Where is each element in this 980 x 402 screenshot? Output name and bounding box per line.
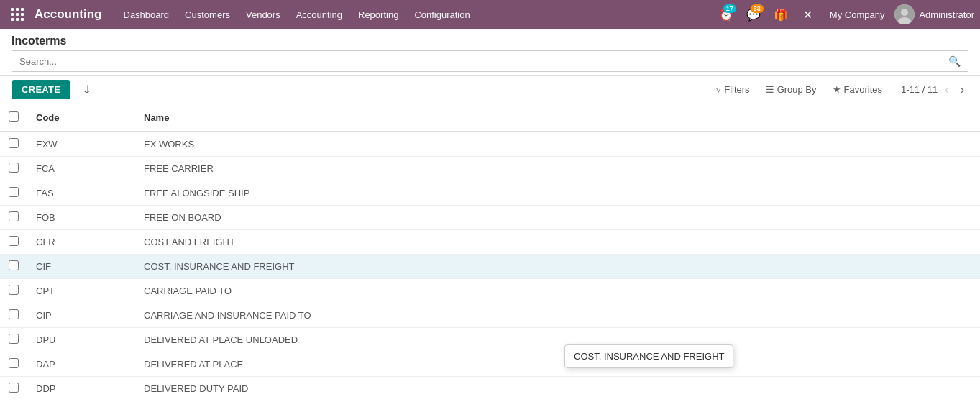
group-by-button[interactable]: ☰ Group By <box>759 81 824 99</box>
table-row[interactable]: DDP DELIVERED DUTY PAID <box>0 377 980 401</box>
close-button[interactable]: ✕ <box>797 3 820 26</box>
table-row[interactable]: CFR COST AND FREIGHT <box>0 230 980 255</box>
row-checkbox-cell <box>0 328 27 352</box>
table-row[interactable]: DPU DELIVERED AT PLACE UNLOADED <box>0 328 980 352</box>
prev-page-button[interactable]: ‹ <box>940 82 953 98</box>
row-checkbox-cell <box>0 255 27 279</box>
filters-button[interactable]: ▿ Filters <box>709 81 756 99</box>
table-row[interactable]: EXW EX WORKS <box>0 132 980 157</box>
row-checkbox[interactable] <box>9 309 19 319</box>
row-name: EX WORKS <box>135 132 980 157</box>
menu-item-customers[interactable]: Customers <box>178 5 237 24</box>
create-button[interactable]: CREATE <box>12 80 70 99</box>
table-row[interactable]: FCA FREE CARRIER <box>0 157 980 181</box>
pagination: 1-11 / 11 ‹ › <box>901 82 968 98</box>
row-checkbox-cell <box>0 157 27 181</box>
menu-item-configuration[interactable]: Configuration <box>407 5 477 24</box>
close-icon: ✕ <box>803 8 812 22</box>
main-menu: Dashboard Customers Vendors Accounting R… <box>116 5 712 24</box>
download-button[interactable]: ⇓ <box>76 80 97 99</box>
row-code: DAP <box>27 352 135 377</box>
row-checkbox-cell <box>0 303 27 328</box>
filters-label: Filters <box>724 84 749 95</box>
page-title-area: Incoterms <box>0 29 980 47</box>
row-checkbox[interactable] <box>9 138 19 148</box>
row-name: DELIVERED AT PLACE UNLOADED <box>135 328 980 352</box>
row-checkbox[interactable] <box>9 236 19 246</box>
name-column-header: Name <box>135 104 980 132</box>
download-icon: ⇓ <box>82 83 91 96</box>
pagination-text: 1-11 / 11 <box>901 84 938 95</box>
table-row[interactable]: CIP CARRIAGE AND INSURANCE PAID TO <box>0 303 980 328</box>
row-checkbox[interactable] <box>9 285 19 295</box>
user-name[interactable]: Administrator <box>919 9 974 20</box>
select-all-checkbox[interactable] <box>9 111 19 122</box>
table-row[interactable]: FAS FREE ALONGSIDE SHIP <box>0 181 980 206</box>
row-checkbox-cell <box>0 377 27 401</box>
row-code: DPU <box>27 328 135 352</box>
row-checkbox-cell <box>0 132 27 157</box>
table-body: EXW EX WORKS FCA FREE CARRIER FAS FREE A… <box>0 132 980 401</box>
search-bar: 🔍 <box>12 50 968 72</box>
table-header-row: Code Name <box>0 104 980 132</box>
search-icon[interactable]: 🔍 <box>941 51 968 71</box>
code-column-header: Code <box>27 104 135 132</box>
table-row[interactable]: CPT CARRIAGE PAID TO <box>0 279 980 303</box>
table-row[interactable]: DAP DELIVERED AT PLACE <box>0 352 980 377</box>
top-navigation: Accounting Dashboard Customers Vendors A… <box>0 0 980 29</box>
row-checkbox-cell <box>0 181 27 206</box>
filter-icon: ▿ <box>716 84 721 95</box>
page-title: Incoterms <box>12 35 66 47</box>
row-checkbox[interactable] <box>9 163 19 173</box>
table-row[interactable]: CIF COST, INSURANCE AND FREIGHT <box>0 255 980 279</box>
incoterms-table: Code Name EXW EX WORKS FCA FREE CARRIER … <box>0 104 980 401</box>
favorites-button[interactable]: ★ Favorites <box>825 81 889 99</box>
gift-button[interactable]: 🎁 <box>769 3 792 26</box>
row-name: DELIVERED DUTY PAID <box>135 377 980 401</box>
row-checkbox-cell <box>0 206 27 230</box>
row-checkbox[interactable] <box>9 187 19 197</box>
row-code: CFR <box>27 230 135 255</box>
star-icon: ★ <box>833 84 841 95</box>
table-row[interactable]: FOB FREE ON BOARD <box>0 206 980 230</box>
toolbar: CREATE ⇓ ▿ Filters ☰ Group By ★ Favorite… <box>0 76 980 104</box>
group-by-label: Group By <box>777 84 817 95</box>
activity-badge: 17 <box>723 4 736 13</box>
row-checkbox[interactable] <box>9 334 19 344</box>
activity-button[interactable]: ⏰ 17 <box>715 3 738 26</box>
menu-item-dashboard[interactable]: Dashboard <box>116 5 177 24</box>
svg-point-1 <box>901 9 908 16</box>
row-code: EXW <box>27 132 135 157</box>
row-name: COST AND FREIGHT <box>135 230 980 255</box>
row-checkbox[interactable] <box>9 211 19 221</box>
row-checkbox-cell <box>0 279 27 303</box>
next-page-button[interactable]: › <box>956 82 968 98</box>
row-name: COST, INSURANCE AND FREIGHT <box>135 255 980 279</box>
search-area: 🔍 <box>0 47 980 76</box>
menu-item-reporting[interactable]: Reporting <box>351 5 406 24</box>
company-selector[interactable]: My Company <box>824 6 891 23</box>
row-name: FREE ON BOARD <box>135 206 980 230</box>
avatar[interactable] <box>894 4 915 24</box>
row-name: CARRIAGE PAID TO <box>135 279 980 303</box>
select-all-header <box>0 104 27 132</box>
menu-item-accounting[interactable]: Accounting <box>289 5 349 24</box>
favorites-label: Favorites <box>844 84 882 95</box>
messages-button[interactable]: 💬 33 <box>742 3 765 26</box>
search-input[interactable] <box>12 52 941 71</box>
grid-icon <box>11 8 24 22</box>
row-checkbox[interactable] <box>9 383 19 393</box>
menu-item-vendors[interactable]: Vendors <box>239 5 288 24</box>
row-checkbox[interactable] <box>9 358 19 368</box>
avatar-icon <box>894 4 915 24</box>
nav-right-section: ⏰ 17 💬 33 🎁 ✕ My Company Administrator <box>715 3 974 26</box>
row-name: CARRIAGE AND INSURANCE PAID TO <box>135 303 980 328</box>
gift-icon: 🎁 <box>774 8 788 22</box>
table-container: Code Name EXW EX WORKS FCA FREE CARRIER … <box>0 104 980 401</box>
app-grid-button[interactable] <box>6 3 29 26</box>
row-checkbox[interactable] <box>9 260 19 270</box>
row-code: DDP <box>27 377 135 401</box>
row-name: FREE ALONGSIDE SHIP <box>135 181 980 206</box>
row-checkbox-cell <box>0 352 27 377</box>
row-name: DELIVERED AT PLACE <box>135 352 980 377</box>
